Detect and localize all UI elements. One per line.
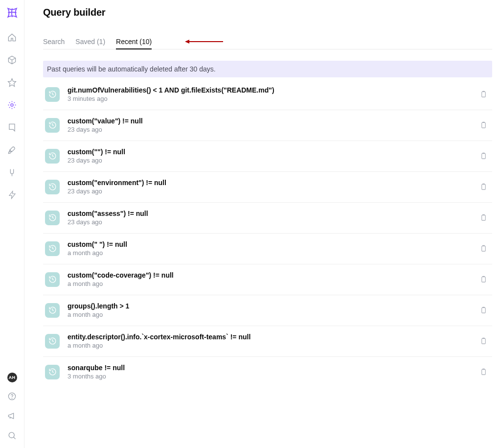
tabs: Search Saved (1) Recent (10) [43,38,492,49]
annotation-arrow [185,40,223,44]
query-text: groups().length > 1 a month ago [68,302,477,318]
history-icon [45,118,60,133]
history-icon [45,241,60,256]
history-icon [45,211,60,225]
history-icon [45,334,60,349]
query-time: a month ago [68,280,477,287]
query-row[interactable]: custom("code-coverage") != null a month … [43,264,492,295]
query-time: a month ago [68,311,477,318]
query-title: git.numOfVulnerabilities() < 1 AND git.f… [68,86,477,94]
history-icon [45,149,60,164]
svg-marker-0 [8,78,16,86]
query-text: git.numOfVulnerabilities() < 1 AND git.f… [68,86,477,102]
svg-point-5 [9,432,14,438]
copy-button[interactable] [477,274,489,285]
plug-icon[interactable] [6,166,18,178]
megaphone-icon[interactable] [6,410,18,422]
svg-point-1 [11,103,13,106]
query-time: 3 minutes ago [68,95,477,102]
rocket-icon[interactable] [6,144,18,156]
query-title: custom("code-coverage") != null [68,271,477,279]
svg-rect-15 [481,339,485,344]
history-icon [45,365,60,379]
copy-button[interactable] [477,305,489,316]
gear-icon[interactable] [6,99,18,111]
query-title: sonarqube != null [68,364,477,372]
svg-rect-13 [481,277,485,283]
info-banner: Past queries will be automatically delet… [43,61,492,77]
copy-button[interactable] [477,89,489,100]
query-row[interactable]: custom(" ") != null a month ago [43,234,492,264]
query-row[interactable]: custom("") != null 23 days ago [43,141,492,172]
svg-rect-12 [481,246,485,252]
cube-icon[interactable] [6,54,18,66]
svg-rect-7 [481,92,485,97]
query-time: 23 days ago [68,188,477,195]
sidebar: AH [0,0,24,448]
svg-rect-11 [481,215,485,221]
copy-button[interactable] [477,243,489,255]
query-text: custom("environment") != null 23 days ag… [68,179,477,195]
bolt-icon[interactable] [6,189,18,201]
query-text: sonarqube != null 3 months ago [68,364,477,380]
query-row[interactable]: custom("assess") != null 23 days ago [43,203,492,234]
query-text: entity.descriptor().info.`x-cortex-micro… [68,333,477,349]
svg-rect-10 [481,185,485,190]
svg-line-6 [14,437,16,439]
query-title: custom(" ") != null [68,240,477,248]
query-list: git.numOfVulnerabilities() < 1 AND git.f… [43,86,492,387]
history-icon [45,180,60,194]
query-text: custom(" ") != null a month ago [68,240,477,257]
help-icon[interactable] [6,390,18,402]
page-title: Query builder [43,7,492,18]
query-time: 23 days ago [68,218,477,226]
query-text: custom("code-coverage") != null a month … [68,271,477,287]
query-title: groups().length > 1 [68,302,477,310]
query-row[interactable]: git.numOfVulnerabilities() < 1 AND git.f… [43,86,492,110]
query-time: 23 days ago [68,157,477,164]
history-icon [45,87,60,102]
query-text: custom("value") != null 23 days ago [68,117,477,133]
query-title: custom("assess") != null [68,210,477,217]
app-logo[interactable] [5,6,19,20]
svg-rect-9 [481,154,485,159]
svg-rect-8 [481,123,485,128]
tab-recent[interactable]: Recent (10) [116,38,152,49]
query-time: 23 days ago [68,126,477,133]
star-icon[interactable] [6,76,18,88]
search-icon[interactable] [6,429,18,441]
copy-button[interactable] [477,335,489,347]
query-text: custom("assess") != null 23 days ago [68,210,477,226]
copy-button[interactable] [477,119,489,131]
query-row[interactable]: custom("value") != null 23 days ago [43,110,492,141]
query-title: custom("environment") != null [68,179,477,187]
bookmark-icon[interactable] [6,121,18,133]
tab-search[interactable]: Search [43,38,65,49]
tab-saved[interactable]: Saved (1) [75,38,105,49]
copy-button[interactable] [477,181,489,193]
query-row[interactable]: entity.descriptor().info.`x-cortex-micro… [43,326,492,357]
copy-button[interactable] [477,366,489,378]
query-row[interactable]: sonarqube != null 3 months ago [43,357,492,387]
query-row[interactable]: groups().length > 1 a month ago [43,295,492,326]
copy-button[interactable] [477,150,489,162]
svg-rect-14 [481,308,485,313]
svg-point-4 [12,398,12,399]
query-row[interactable]: custom("environment") != null 23 days ag… [43,172,492,203]
avatar[interactable]: AH [7,373,17,382]
history-icon [45,272,60,287]
query-time: a month ago [68,342,477,349]
svg-rect-16 [481,370,485,375]
query-time: a month ago [68,249,477,257]
home-icon[interactable] [6,31,18,43]
copy-button[interactable] [477,212,489,224]
history-icon [45,303,60,318]
svg-marker-2 [9,191,15,199]
query-time: 3 months ago [68,373,477,380]
query-text: custom("") != null 23 days ago [68,148,477,164]
query-title: custom("value") != null [68,117,477,125]
main-content: Query builder Search Saved (1) Recent (1… [24,0,499,448]
query-title: entity.descriptor().info.`x-cortex-micro… [68,333,477,341]
query-title: custom("") != null [68,148,477,156]
